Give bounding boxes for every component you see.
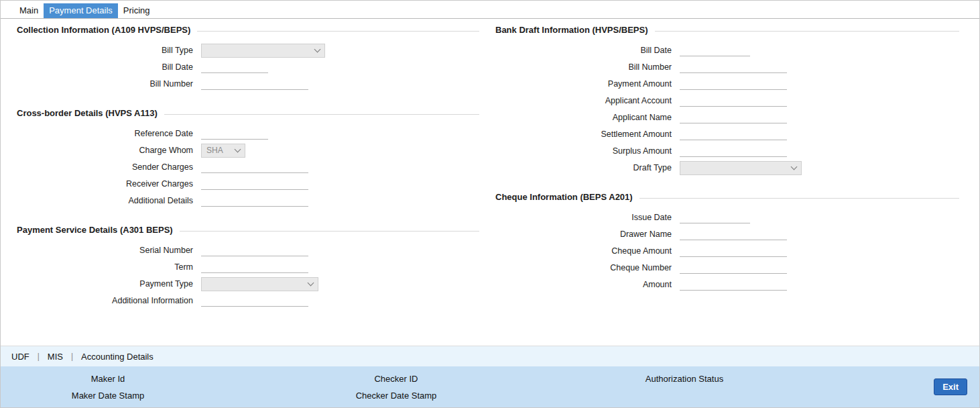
- charge-whom-value: SHA: [206, 146, 223, 155]
- form-content: Collection Information (A109 HVPS/BEPS) …: [1, 19, 979, 346]
- field-label-reference-date: Reference Date: [17, 129, 201, 138]
- section-collection-information: Collection Information (A109 HVPS/BEPS) …: [17, 25, 479, 91]
- settlement-amount-input[interactable]: [680, 128, 787, 140]
- field-label-cheque-number: Cheque Number: [495, 263, 680, 272]
- bill-type-select[interactable]: [201, 44, 325, 58]
- tab-bar: Main Payment Details Pricing: [1, 1, 979, 19]
- maker-id-label: Maker Id: [1, 370, 215, 387]
- section-header: Bank Draft Information (HVPS/BEPS): [495, 25, 959, 35]
- maker-date-stamp-label: Maker Date Stamp: [1, 387, 215, 404]
- chevron-down-icon: [308, 279, 314, 286]
- field-label-payment-type: Payment Type: [17, 279, 201, 289]
- payment-details-screen: Main Payment Details Pricing Collection …: [0, 0, 980, 408]
- tab-main[interactable]: Main: [14, 3, 44, 18]
- field-label-term: Term: [17, 262, 201, 272]
- section-title: Bank Draft Information (HVPS/BEPS): [495, 25, 648, 35]
- link-separator: |: [38, 352, 40, 361]
- field-label-sender-charges: Sender Charges: [17, 162, 201, 172]
- field-label-additional-information: Additional Information: [17, 296, 201, 305]
- sender-charges-input[interactable]: [201, 161, 308, 173]
- amount-input[interactable]: [680, 278, 787, 291]
- field-label-bill-type: Bill Type: [17, 46, 201, 55]
- audit-footer: Maker Id Maker Date Stamp Checker ID Che…: [1, 366, 979, 407]
- section-header: Collection Information (A109 HVPS/BEPS): [17, 25, 479, 35]
- field-label-applicant-account: Applicant Account: [495, 96, 680, 105]
- checker-date-stamp-label: Checker Date Stamp: [215, 387, 577, 404]
- section-payment-service-details: Payment Service Details (A301 BEPS) Seri…: [17, 225, 479, 307]
- draft-bill-date-input[interactable]: [680, 44, 750, 56]
- checker-id-label: Checker ID: [215, 370, 577, 387]
- section-header: Cross-border Details (HVPS A113): [17, 108, 479, 118]
- section-divider: [639, 198, 959, 199]
- chevron-down-icon: [791, 163, 798, 170]
- section-title: Payment Service Details (A301 BEPS): [17, 225, 173, 235]
- section-title: Collection Information (A109 HVPS/BEPS): [17, 25, 190, 35]
- field-label-bill-date: Bill Date: [17, 62, 201, 72]
- payment-type-select[interactable]: [201, 277, 318, 291]
- draft-bill-number-input[interactable]: [680, 61, 787, 73]
- right-column: Bank Draft Information (HVPS/BEPS) Bill …: [495, 25, 959, 346]
- mis-link[interactable]: MIS: [48, 352, 63, 362]
- field-label-bill-number: Bill Number: [17, 79, 201, 89]
- drawer-name-input[interactable]: [680, 228, 787, 240]
- tab-pricing[interactable]: Pricing: [118, 3, 156, 18]
- udf-link[interactable]: UDF: [11, 352, 29, 362]
- section-divider: [164, 114, 479, 115]
- field-label-draft-bill-date: Bill Date: [495, 46, 680, 55]
- section-cross-border-details: Cross-border Details (HVPS A113) Referen…: [17, 108, 479, 207]
- draft-type-select[interactable]: [680, 161, 802, 175]
- field-label-receiver-charges: Receiver Charges: [17, 179, 201, 189]
- cheque-number-input[interactable]: [680, 262, 787, 274]
- surplus-amount-input[interactable]: [680, 145, 787, 157]
- field-label-surplus-amount: Surplus Amount: [495, 146, 680, 156]
- field-label-drawer-name: Drawer Name: [495, 230, 680, 239]
- additional-details-input[interactable]: [201, 195, 308, 207]
- exit-button[interactable]: Exit: [934, 378, 967, 395]
- authorization-column: Authorization Status: [577, 370, 792, 404]
- left-column: Collection Information (A109 HVPS/BEPS) …: [1, 25, 479, 346]
- term-input[interactable]: [201, 261, 308, 273]
- chevron-down-icon: [235, 146, 241, 152]
- field-label-settlement-amount: Settlement Amount: [495, 130, 680, 139]
- section-bank-draft-information: Bank Draft Information (HVPS/BEPS) Bill …: [495, 25, 959, 174]
- applicant-account-input[interactable]: [680, 95, 787, 107]
- cheque-amount-input[interactable]: [680, 245, 787, 257]
- checker-column: Checker ID Checker Date Stamp: [215, 370, 577, 404]
- field-label-draft-type: Draft Type: [495, 163, 680, 172]
- issue-date-input[interactable]: [680, 211, 750, 223]
- field-label-charge-whom: Charge Whom: [17, 146, 201, 155]
- section-divider: [655, 31, 959, 32]
- tab-payment-details[interactable]: Payment Details: [44, 3, 118, 18]
- authorization-status-label: Authorization Status: [577, 370, 792, 387]
- bill-date-input[interactable]: [201, 61, 268, 73]
- section-divider: [197, 31, 479, 32]
- section-header: Payment Service Details (A301 BEPS): [17, 225, 479, 235]
- section-title: Cross-border Details (HVPS A113): [17, 108, 158, 118]
- charge-whom-select[interactable]: SHA: [201, 144, 245, 158]
- field-label-amount: Amount: [495, 280, 680, 289]
- section-divider: [180, 231, 479, 232]
- payment-amount-input[interactable]: [680, 78, 787, 90]
- bill-number-input[interactable]: [201, 78, 308, 90]
- field-label-payment-amount: Payment Amount: [495, 79, 680, 89]
- chevron-down-icon: [314, 46, 321, 52]
- bottom-links-bar: UDF | MIS | Accounting Details: [1, 346, 979, 366]
- maker-column: Maker Id Maker Date Stamp: [1, 370, 215, 404]
- section-title: Cheque Information (BEPS A201): [495, 192, 633, 202]
- field-label-cheque-amount: Cheque Amount: [495, 246, 680, 256]
- section-cheque-information: Cheque Information (BEPS A201) Issue Dat…: [495, 192, 959, 291]
- additional-information-input[interactable]: [201, 295, 308, 307]
- field-label-issue-date: Issue Date: [495, 213, 680, 222]
- reference-date-input[interactable]: [201, 128, 268, 140]
- section-header: Cheque Information (BEPS A201): [495, 192, 959, 202]
- field-label-draft-bill-number: Bill Number: [495, 62, 680, 72]
- accounting-details-link[interactable]: Accounting Details: [81, 352, 154, 362]
- exit-area: Exit: [792, 378, 979, 395]
- link-separator: |: [71, 352, 73, 361]
- receiver-charges-input[interactable]: [201, 178, 308, 190]
- serial-number-input[interactable]: [201, 244, 308, 256]
- field-label-additional-details: Additional Details: [17, 196, 201, 205]
- field-label-applicant-name: Applicant Name: [495, 113, 680, 122]
- applicant-name-input[interactable]: [680, 111, 787, 123]
- field-label-serial-number: Serial Number: [17, 246, 201, 255]
